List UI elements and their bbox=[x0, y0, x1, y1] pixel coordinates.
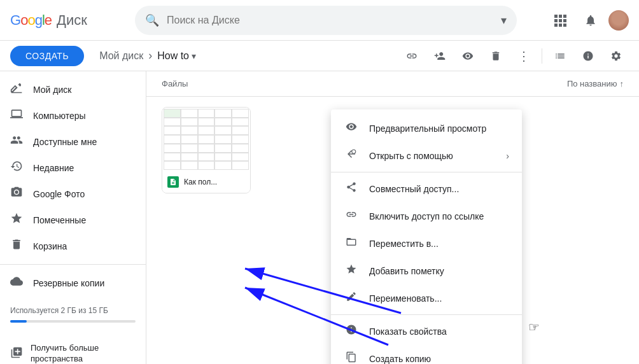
sidebar-item-google-photos[interactable]: Google Фото bbox=[0, 181, 136, 207]
add-person-button[interactable] bbox=[427, 43, 453, 69]
breadcrumb: Мой диск › How to ▾ bbox=[99, 49, 384, 62]
ctx-share-label: Совместный доступ... bbox=[369, 184, 509, 194]
settings-button[interactable] bbox=[603, 43, 629, 69]
ctx-copy-label: Создать копию bbox=[369, 354, 509, 364]
svg-rect-0 bbox=[554, 15, 558, 18]
get-more-icon bbox=[10, 346, 23, 361]
ctx-move[interactable]: Переместить в... bbox=[331, 230, 522, 257]
ctx-link[interactable]: Включить доступ по ссылке bbox=[331, 202, 522, 230]
create-button[interactable]: СОЗДАТЬ bbox=[10, 46, 84, 66]
file-thumbnail bbox=[162, 108, 250, 171]
ctx-open-with[interactable]: Открыть с помощью › bbox=[331, 142, 522, 169]
ctx-rename-label: Переименовать... bbox=[369, 293, 509, 304]
search-bar[interactable]: 🔍 ▾ bbox=[135, 6, 517, 35]
ctx-preview[interactable]: Предварительный просмотр bbox=[331, 115, 522, 142]
ctx-eye-icon bbox=[344, 121, 359, 136]
ctx-link-label: Включить доступ по ссылке bbox=[369, 211, 509, 221]
trash-icon bbox=[10, 238, 23, 254]
storage-text: Используется 2 ГБ из 15 ГБ bbox=[10, 306, 108, 315]
star-icon bbox=[10, 212, 23, 228]
search-icon: 🔍 bbox=[145, 13, 159, 27]
sidebar-item-label: Помеченные bbox=[33, 215, 86, 225]
toolbar-actions: ⋮ bbox=[399, 43, 629, 69]
sidebar-item-backup[interactable]: Резервные копии bbox=[0, 270, 136, 296]
ctx-divider-1 bbox=[331, 172, 522, 172]
apps-button[interactable] bbox=[547, 8, 573, 33]
ctx-move-label: Переместить в... bbox=[369, 239, 509, 249]
header-right bbox=[547, 8, 629, 33]
svg-point-9 bbox=[15, 190, 18, 193]
context-menu: Предварительный просмотр Открыть с помощ… bbox=[331, 109, 522, 364]
ctx-share[interactable]: Совместный доступ... bbox=[331, 175, 522, 202]
storage-bar-fill bbox=[10, 320, 27, 323]
breadcrumb-current[interactable]: How to ▾ bbox=[157, 50, 196, 62]
google-logo: Google bbox=[10, 12, 52, 29]
share-link-button[interactable] bbox=[399, 43, 425, 69]
ctx-star-icon bbox=[344, 263, 359, 278]
svg-rect-5 bbox=[563, 19, 566, 22]
logo-area: Google Диск bbox=[10, 12, 125, 29]
avatar[interactable] bbox=[608, 10, 629, 31]
svg-rect-8 bbox=[563, 24, 566, 27]
ctx-divider-2 bbox=[331, 314, 522, 315]
preview-button[interactable] bbox=[455, 43, 481, 69]
files-section-label: Файлы bbox=[162, 79, 188, 88]
sidebar-item-computers[interactable]: Компьютеры bbox=[0, 102, 136, 129]
ctx-arrow-icon: › bbox=[506, 151, 509, 161]
ctx-star[interactable]: Добавить пометку bbox=[331, 257, 522, 284]
computer-icon bbox=[10, 108, 23, 123]
drive-icon bbox=[10, 81, 23, 97]
app-header: Google Диск 🔍 ▾ bbox=[0, 0, 639, 41]
toolbar-divider bbox=[542, 48, 542, 64]
ctx-preview-label: Предварительный просмотр bbox=[369, 123, 509, 134]
list-view-button[interactable] bbox=[547, 43, 573, 69]
svg-rect-6 bbox=[554, 24, 558, 27]
sidebar-item-starred[interactable]: Помеченные bbox=[0, 207, 136, 233]
svg-rect-3 bbox=[554, 19, 558, 22]
sidebar-item-label: Доступные мне bbox=[33, 137, 97, 147]
ctx-copy-icon bbox=[344, 351, 359, 364]
ctx-info-icon bbox=[344, 324, 359, 339]
ctx-rename[interactable]: Переименовать... bbox=[331, 284, 522, 312]
sidebar-divider bbox=[0, 264, 146, 265]
sidebar-item-label: Google Фото bbox=[33, 189, 85, 199]
breadcrumb-dropdown-icon[interactable]: ▾ bbox=[192, 51, 196, 61]
content-header: Файлы По названию ↑ bbox=[146, 71, 639, 97]
breadcrumb-root[interactable]: Мой диск bbox=[99, 50, 143, 62]
sidebar-item-label: Мой диск bbox=[33, 85, 71, 95]
photos-icon bbox=[10, 186, 23, 202]
ctx-folder-icon bbox=[344, 236, 359, 251]
sidebar-item-shared[interactable]: Доступные мне bbox=[0, 129, 136, 155]
sidebar-item-recent[interactable]: Недавние bbox=[0, 155, 136, 181]
ctx-open-with-label: Открыть с помощью bbox=[369, 151, 496, 161]
storage-info: Используется 2 ГБ из 15 ГБ bbox=[0, 296, 146, 338]
content-area: Файлы По названию ↑ bbox=[146, 71, 639, 364]
shared-icon bbox=[10, 134, 23, 150]
file-footer: Как пол... bbox=[162, 171, 250, 193]
sort-arrow-icon: ↑ bbox=[620, 79, 624, 88]
breadcrumb-separator: › bbox=[148, 49, 152, 62]
get-more-label: Получить больше пространства bbox=[31, 343, 99, 364]
notifications-button[interactable] bbox=[578, 8, 603, 33]
toolbar: СОЗДАТЬ Мой диск › How to ▾ ⋮ bbox=[0, 41, 639, 71]
sidebar-item-label: Резервные копии bbox=[33, 278, 104, 288]
sidebar-item-label: Недавние bbox=[33, 163, 74, 173]
sidebar: Мой диск Компьютеры Доступные мне Недавн… bbox=[0, 71, 146, 364]
sidebar-item-my-drive[interactable]: Мой диск bbox=[0, 76, 136, 102]
sidebar-item-trash[interactable]: Корзина bbox=[0, 233, 136, 259]
get-more-storage-button[interactable]: Получить больше пространства bbox=[0, 338, 146, 364]
clock-icon bbox=[10, 160, 23, 176]
backup-icon bbox=[10, 275, 23, 291]
svg-rect-4 bbox=[559, 19, 562, 22]
ctx-copy[interactable]: Создать копию bbox=[331, 345, 522, 364]
file-card[interactable]: Как пол... bbox=[162, 107, 251, 193]
more-options-button[interactable]: ⋮ bbox=[511, 43, 537, 69]
search-dropdown-icon[interactable]: ▾ bbox=[501, 13, 507, 27]
sort-label[interactable]: По названию ↑ bbox=[567, 79, 624, 88]
info-button[interactable] bbox=[575, 43, 601, 69]
ctx-share-icon bbox=[344, 181, 359, 196]
ctx-details[interactable]: Показать свойства bbox=[331, 318, 522, 345]
delete-toolbar-button[interactable] bbox=[483, 43, 509, 69]
search-input[interactable] bbox=[167, 15, 493, 26]
ctx-open-icon bbox=[344, 148, 359, 163]
